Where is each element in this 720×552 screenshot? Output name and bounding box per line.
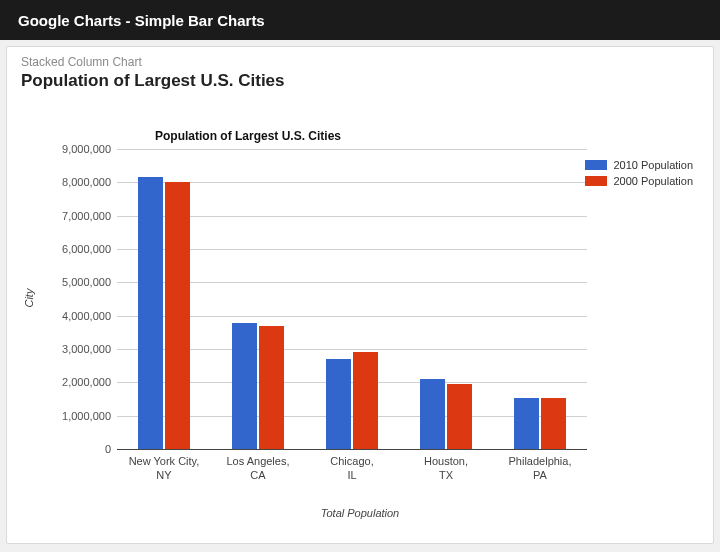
card-title: Population of Largest U.S. Cities: [7, 71, 713, 95]
x-tick-label: Los Angeles,CA: [211, 455, 305, 483]
legend-label: 2000 Population: [613, 175, 693, 187]
legend-item: 2010 Population: [585, 159, 693, 171]
bar: [138, 177, 163, 450]
bar: [259, 326, 284, 449]
bar: [165, 182, 190, 449]
y-tick-label: 4,000,000: [62, 310, 111, 322]
y-tick-label: 1,000,000: [62, 410, 111, 422]
page-header: Google Charts - Simple Bar Charts: [0, 0, 720, 40]
y-tick-label: 6,000,000: [62, 243, 111, 255]
grid-line: [117, 449, 587, 450]
chart-legend: 2010 Population 2000 Population: [585, 159, 693, 191]
legend-swatch-icon: [585, 160, 607, 170]
bar: [420, 379, 445, 449]
bar: [514, 398, 539, 449]
bar: [353, 352, 378, 449]
y-tick-label: 5,000,000: [62, 276, 111, 288]
chart-plot: 01,000,0002,000,0003,000,0004,000,0005,0…: [117, 149, 587, 449]
x-axis-label: Total Population: [321, 507, 400, 519]
x-tick-label: Chicago,IL: [305, 455, 399, 483]
card-wrap: Stacked Column Chart Population of Large…: [0, 40, 720, 550]
page-header-title: Google Charts - Simple Bar Charts: [18, 12, 265, 29]
legend-item: 2000 Population: [585, 175, 693, 187]
bar-group: [211, 149, 305, 449]
y-tick-label: 9,000,000: [62, 143, 111, 155]
y-tick-label: 0: [105, 443, 111, 455]
bar-group: [305, 149, 399, 449]
y-tick-label: 2,000,000: [62, 376, 111, 388]
legend-swatch-icon: [585, 176, 607, 186]
chart-card: Stacked Column Chart Population of Large…: [6, 46, 714, 544]
chart-area: Population of Largest U.S. Cities City 0…: [7, 101, 713, 521]
bar: [447, 384, 472, 449]
y-tick-label: 3,000,000: [62, 343, 111, 355]
bar-group: [117, 149, 211, 449]
bars-container: [117, 149, 587, 449]
bar-group: [493, 149, 587, 449]
bar: [326, 359, 351, 449]
card-subtitle: Stacked Column Chart: [7, 47, 713, 71]
y-tick-label: 8,000,000: [62, 176, 111, 188]
y-tick-label: 7,000,000: [62, 210, 111, 222]
x-tick-label: Philadelphia,PA: [493, 455, 587, 483]
y-axis-label: City: [23, 289, 35, 308]
chart-title: Population of Largest U.S. Cities: [155, 129, 341, 143]
bar-group: [399, 149, 493, 449]
x-tick-label: New York City,NY: [117, 455, 211, 483]
x-tick-label: Houston,TX: [399, 455, 493, 483]
legend-label: 2010 Population: [613, 159, 693, 171]
bar: [541, 398, 566, 449]
bar: [232, 323, 257, 449]
